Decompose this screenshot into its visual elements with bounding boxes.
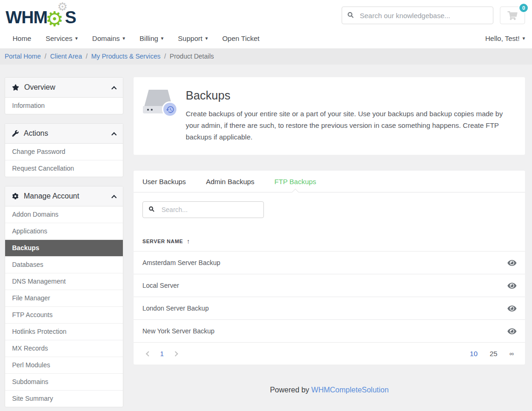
main-content: Backups Create backups of your entire si… bbox=[134, 77, 525, 411]
chevron-left-icon[interactable] bbox=[146, 351, 151, 356]
panel-header-actions[interactable]: Actions bbox=[5, 124, 123, 144]
cart-count-badge: 0 bbox=[519, 3, 529, 13]
column-server-name[interactable]: SERVER NAME bbox=[142, 239, 183, 244]
header-top: WHM ⚙ ⚙ S 0 bbox=[0, 0, 532, 28]
page-size-10[interactable]: 10 bbox=[470, 350, 478, 358]
nav-services[interactable]: Services ▾ bbox=[46, 34, 78, 42]
chevron-up-icon bbox=[111, 195, 116, 200]
nav-billing[interactable]: Billing ▾ bbox=[140, 34, 164, 42]
panel-header-manage-account[interactable]: Manage Account bbox=[5, 186, 123, 206]
breadcrumb-client-area[interactable]: Client Area bbox=[50, 53, 82, 60]
cart-icon bbox=[507, 11, 518, 20]
table-search-input[interactable] bbox=[142, 201, 264, 218]
caret-down-icon: ▾ bbox=[75, 36, 78, 41]
gear-icon bbox=[12, 193, 19, 199]
eye-icon[interactable] bbox=[507, 305, 517, 312]
sidebar-panel-overview: Overview Information bbox=[5, 77, 123, 114]
knowledgebase-search bbox=[342, 7, 493, 24]
nav-home[interactable]: Home bbox=[13, 34, 31, 42]
page-size-25[interactable]: 25 bbox=[490, 350, 498, 358]
sort-asc-icon[interactable]: ↑ bbox=[187, 238, 190, 245]
chevron-up-icon bbox=[111, 86, 116, 91]
whmcs-logo[interactable]: WHM ⚙ ⚙ S bbox=[6, 5, 76, 26]
search-icon bbox=[348, 12, 352, 17]
server-name-cell: New York Server Backup bbox=[142, 327, 215, 335]
table-row[interactable]: London Server Backup bbox=[134, 297, 525, 319]
main-nav: Home Services ▾ Domains ▾ Billing ▾ Supp… bbox=[0, 28, 532, 48]
powered-by-text: Powered by bbox=[270, 386, 310, 394]
cart-button[interactable]: 0 bbox=[500, 7, 525, 24]
sidebar-item-subdomains[interactable]: Subdomains bbox=[5, 373, 123, 390]
sidebar-item-hotlinks-protection[interactable]: Hotlinks Protection bbox=[5, 323, 123, 340]
product-header-card: Backups Create backups of your entire si… bbox=[134, 77, 525, 155]
sidebar-item-addon-domains[interactable]: Addon Domains bbox=[5, 206, 123, 223]
table-search bbox=[142, 201, 264, 218]
chevron-right-icon[interactable] bbox=[173, 351, 178, 356]
server-name-cell: Local Server bbox=[142, 282, 179, 289]
pagination: 1 10 25 ∞ bbox=[134, 342, 525, 365]
sidebar-item-information[interactable]: Information bbox=[5, 98, 123, 114]
nav-support[interactable]: Support ▾ bbox=[178, 34, 208, 42]
panel-title: Overview bbox=[24, 83, 112, 92]
logo-gears: ⚙ ⚙ bbox=[46, 5, 66, 26]
logo-text-whm: WHM bbox=[6, 9, 47, 26]
page: WHM ⚙ ⚙ S 0 Home Services bbox=[0, 0, 532, 411]
table-header: SERVER NAME ↑ bbox=[134, 232, 525, 251]
caret-down-icon: ▾ bbox=[161, 36, 164, 41]
header: WHM ⚙ ⚙ S 0 Home Services bbox=[0, 0, 532, 48]
caret-down-icon: ▾ bbox=[122, 36, 125, 41]
page-number[interactable]: 1 bbox=[160, 350, 164, 358]
panel-title: Manage Account bbox=[24, 192, 112, 200]
tab-ftp-backups[interactable]: FTP Backups bbox=[275, 171, 317, 192]
tab-admin-backups[interactable]: Admin Backups bbox=[206, 171, 254, 192]
page-title: Backups bbox=[186, 89, 513, 102]
caret-down-icon: ▾ bbox=[205, 36, 208, 41]
star-icon bbox=[12, 84, 19, 91]
sidebar-item-dns-management[interactable]: DNS Management bbox=[5, 273, 123, 290]
sidebar-panel-manage-account: Manage Account Addon Domains Application… bbox=[5, 186, 123, 407]
backup-drive-icon bbox=[143, 90, 174, 116]
sidebar-item-change-password[interactable]: Change Password bbox=[5, 144, 123, 160]
nav-domains[interactable]: Domains ▾ bbox=[92, 34, 125, 42]
chevron-up-icon bbox=[111, 132, 116, 137]
sidebar: Overview Information Actions Change Pass… bbox=[5, 77, 123, 411]
product-description: Create backups of your entire site or a … bbox=[186, 108, 513, 143]
knowledgebase-search-input[interactable] bbox=[342, 7, 493, 24]
table-row[interactable]: Amsterdam Server Backup bbox=[134, 251, 525, 274]
breadcrumb-current: Product Details bbox=[170, 53, 214, 60]
sidebar-item-databases[interactable]: Databases bbox=[5, 256, 123, 273]
gear-icon: ⚙ bbox=[57, 1, 67, 13]
nav-open-ticket[interactable]: Open Ticket bbox=[222, 34, 259, 42]
caret-down-icon: ▾ bbox=[522, 36, 525, 41]
sidebar-item-ftp-accounts[interactable]: FTP Accounts bbox=[5, 306, 123, 323]
sidebar-item-backups[interactable]: Backups bbox=[5, 239, 123, 256]
eye-icon[interactable] bbox=[507, 259, 517, 267]
whmcompletesolution-link[interactable]: WHMCompleteSolution bbox=[311, 386, 389, 394]
breadcrumb: Portal Home / Client Area / My Products … bbox=[0, 48, 532, 65]
sidebar-panel-actions: Actions Change Password Request Cancella… bbox=[5, 123, 123, 177]
backups-panel: User Backups Admin Backups FTP Backups S… bbox=[134, 171, 525, 365]
eye-icon[interactable] bbox=[507, 282, 517, 290]
backups-tabs: User Backups Admin Backups FTP Backups bbox=[134, 171, 525, 192]
tab-user-backups[interactable]: User Backups bbox=[142, 171, 186, 192]
sidebar-item-file-manager[interactable]: File Manager bbox=[5, 290, 123, 306]
user-menu[interactable]: Hello, Test! ▾ bbox=[485, 34, 525, 42]
eye-icon[interactable] bbox=[507, 327, 517, 335]
panel-title: Actions bbox=[24, 129, 112, 138]
sidebar-item-perl-modules[interactable]: Perl Modules bbox=[5, 357, 123, 373]
breadcrumb-my-products[interactable]: My Products & Services bbox=[91, 53, 161, 60]
search-icon bbox=[149, 206, 153, 211]
sidebar-item-request-cancellation[interactable]: Request Cancellation bbox=[5, 160, 123, 177]
restore-icon bbox=[162, 101, 178, 117]
sidebar-item-applications[interactable]: Applications bbox=[5, 223, 123, 239]
wrench-icon bbox=[12, 130, 19, 137]
sidebar-item-mx-records[interactable]: MX Records bbox=[5, 340, 123, 357]
server-name-cell: Amsterdam Server Backup bbox=[142, 259, 220, 266]
footer: Powered by WHMCompleteSolution bbox=[134, 386, 525, 394]
breadcrumb-portal-home[interactable]: Portal Home bbox=[5, 53, 41, 60]
table-row[interactable]: Local Server bbox=[134, 274, 525, 297]
table-row[interactable]: New York Server Backup bbox=[134, 319, 525, 342]
page-size-infinity[interactable]: ∞ bbox=[510, 350, 514, 357]
panel-header-overview[interactable]: Overview bbox=[5, 78, 123, 98]
sidebar-item-site-summary[interactable]: Site Summary bbox=[5, 390, 123, 407]
